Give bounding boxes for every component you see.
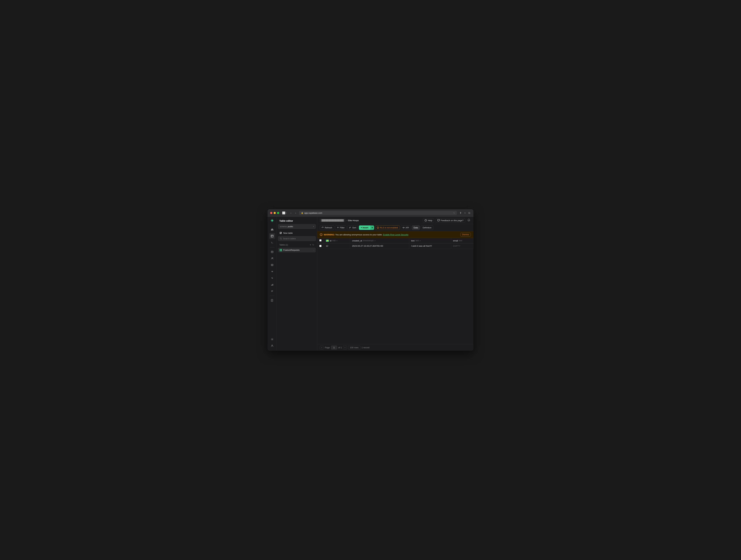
col-header-text[interactable]: text text ▾ <box>409 238 451 243</box>
nav-edge-functions-button[interactable] <box>269 269 275 274</box>
nav-reports-button[interactable] <box>269 282 275 287</box>
col-header-id[interactable]: 🔑 id int8 ▾ <box>324 238 350 243</box>
api-button[interactable]: API <box>401 225 411 230</box>
rls-button[interactable]: RLS is not enabled <box>375 225 400 230</box>
svg-point-21 <box>280 238 281 239</box>
maximize-button[interactable] <box>277 212 279 214</box>
schema-label: schema <box>280 225 287 228</box>
insert-main-button[interactable]: ▾ Insert <box>359 225 370 230</box>
definition-tab-button[interactable]: Definition <box>421 225 433 230</box>
help-label: Help <box>428 219 432 222</box>
code-icon <box>403 227 405 229</box>
col-type-id: int8 <box>332 239 336 242</box>
message-icon <box>437 219 440 221</box>
cell-text[interactable]: I wish it was all free!!!! <box>409 243 451 249</box>
breadcrumb-current: Elite Hoops <box>348 219 359 222</box>
tabs-button[interactable]: ⧉ <box>468 211 471 215</box>
browser-window: ⬜ ▾ ‹ › 🔒 app.supabase.com ↻ ⬆ + ⧉ <box>268 209 473 351</box>
svg-point-19 <box>272 345 273 346</box>
nav-sql-editor-button[interactable] <box>269 240 275 246</box>
nav-user-button[interactable] <box>269 343 275 349</box>
prev-page-button[interactable]: ‹ <box>320 346 324 349</box>
warning-label: WARNING: <box>324 233 335 236</box>
table-grid-icon <box>280 249 282 251</box>
breadcrumb: ████████████████ / Elite Hoops <box>320 219 359 222</box>
back-button[interactable]: ‹ <box>289 211 292 215</box>
nav-logs-button[interactable] <box>269 288 275 294</box>
refresh-tables-button[interactable]: ↻ <box>312 243 315 247</box>
select-all-checkbox[interactable] <box>319 239 322 241</box>
table-item-feature-requests[interactable]: FeatureRequests › <box>278 248 316 253</box>
rows-label: 100 rows <box>350 346 358 349</box>
enable-rls-link[interactable]: Enable Row Level Security <box>383 233 408 236</box>
filter-icon <box>337 227 339 229</box>
close-button[interactable] <box>270 212 272 214</box>
record-count: 1 record <box>362 346 369 349</box>
cell-email[interactable]: EMPTY <box>451 243 473 249</box>
col-header-created-at[interactable]: created_at timestamptz ▾ <box>350 238 409 243</box>
feedback-button[interactable]: Feedback on this page? <box>436 218 465 223</box>
col-type-created-at: timestamptz <box>363 239 374 242</box>
svg-rect-10 <box>273 284 273 286</box>
new-tab-button[interactable]: + <box>464 211 466 215</box>
of-label: of 1 <box>338 346 342 349</box>
search-tables-input[interactable] <box>283 237 314 240</box>
minimize-button[interactable] <box>274 212 276 214</box>
nav-settings-button[interactable] <box>269 336 275 342</box>
help-button[interactable]: ? Help <box>423 218 434 223</box>
col-header-email[interactable]: email text <box>451 238 473 243</box>
new-table-button[interactable]: New table <box>278 230 316 235</box>
table-name: FeatureRequests <box>283 249 299 251</box>
cell-id[interactable]: 12 <box>324 243 350 249</box>
forward-button[interactable]: › <box>294 211 297 215</box>
reload-icon: ↻ <box>453 212 455 214</box>
data-tab-label: Data <box>414 226 418 229</box>
tables-count-label: Tables (1) <box>279 244 288 246</box>
tables-header: Tables (1) ▾ ↻ <box>278 242 316 247</box>
page-number-input[interactable] <box>331 346 337 349</box>
nav-table-editor-button[interactable] <box>269 233 275 239</box>
next-page-button[interactable]: › <box>343 346 347 349</box>
address-bar[interactable]: 🔒 app.supabase.com ↻ <box>299 211 457 215</box>
nav-realtime-button[interactable] <box>269 275 275 281</box>
schema-selector[interactable]: schema public ▾ <box>278 224 316 229</box>
insert-label: Insert <box>362 226 368 229</box>
chevron-down-icon-insert: ▾ <box>361 227 362 229</box>
col-name-email: email <box>453 239 458 242</box>
share-button[interactable]: ⬆ <box>459 211 462 215</box>
svg-rect-6 <box>271 264 273 265</box>
table-row[interactable]: 12 2023-04-27 15:43:27.364755+00 I wish … <box>317 243 473 249</box>
notification-button[interactable] <box>467 218 471 223</box>
nav-api-docs-button[interactable] <box>269 297 275 303</box>
sidebar-title: Table editor <box>278 219 316 224</box>
sort-button[interactable]: Sort <box>347 225 358 230</box>
rows-per-page-button[interactable]: 100 rows <box>348 346 360 349</box>
toolbar: Refresh Filter Sort <box>317 224 473 231</box>
sort-icon <box>349 227 351 229</box>
nav-auth-button[interactable] <box>269 256 275 261</box>
svg-text:?: ? <box>425 220 426 221</box>
api-label: API <box>406 226 409 229</box>
breadcrumb-separator: / <box>346 219 347 222</box>
warning-icon <box>377 227 379 229</box>
data-tab-button[interactable]: Data <box>412 225 420 230</box>
nav-storage-button[interactable] <box>269 262 275 268</box>
breadcrumb-project: ████████████████ <box>320 219 345 222</box>
refresh-button[interactable]: Refresh <box>320 225 334 230</box>
sidebar-toggle-button[interactable]: ⬜ ▾ <box>281 211 287 215</box>
top-header: ████████████████ / Elite Hoops ? Help <box>317 217 473 224</box>
row-checkbox[interactable] <box>319 245 322 247</box>
collapse-tables-button[interactable]: ▾ <box>310 243 311 247</box>
dismiss-button[interactable]: Dismiss <box>460 233 471 236</box>
cell-created-at[interactable]: 2023-04-27 15:43:27.364755+00 <box>350 243 409 249</box>
nav-home-button[interactable] <box>269 227 275 232</box>
table-container: 🔑 id int8 ▾ created_at timestamptz <box>317 238 473 344</box>
insert-dropdown-button[interactable]: ▾ <box>370 225 374 230</box>
url-text: app.supabase.com <box>304 212 322 214</box>
svg-point-33 <box>378 228 378 228</box>
nav-database-button[interactable] <box>269 249 275 255</box>
traffic-lights <box>270 212 279 214</box>
filter-button[interactable]: Filter <box>335 225 346 230</box>
new-table-label: New table <box>283 232 293 234</box>
rls-label: RLS is not enabled <box>380 226 398 229</box>
